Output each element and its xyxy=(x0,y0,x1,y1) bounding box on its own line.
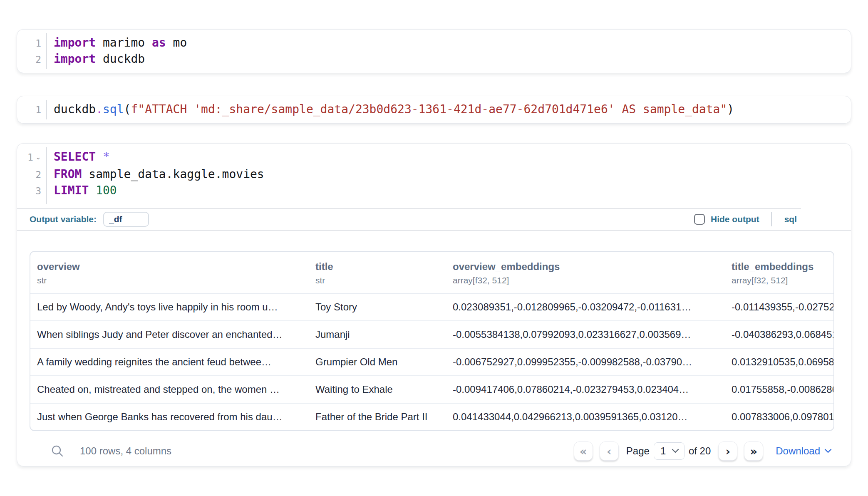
column-name: overview_embeddings xyxy=(453,261,723,273)
code-line[interactable]: 2FROM sample_data.kaggle.movies xyxy=(17,166,851,183)
sql-code-editor[interactable]: 1⌄SELECT *2FROM sample_data.kaggle.movie… xyxy=(17,144,851,208)
code-text: LIMIT 100 xyxy=(46,183,117,198)
line-number: 1 xyxy=(17,35,46,51)
code-line[interactable]: 3LIMIT 100 xyxy=(17,183,851,199)
code-cell-imports: 1import marimo as mo2import duckdb xyxy=(17,29,851,73)
column-type: str xyxy=(37,275,307,285)
table-cell: 0.007833006,0.0978012 xyxy=(732,404,833,430)
table-cell: When siblings Judy and Peter discover an… xyxy=(30,321,315,348)
vertical-divider xyxy=(771,212,772,226)
page-select[interactable]: 1 xyxy=(654,442,684,460)
table-cell: 0.01755858,-0.00862866 xyxy=(732,376,833,403)
page-total-label: of 20 xyxy=(689,445,711,457)
code-text: FROM sample_data.kaggle.movies xyxy=(46,166,264,182)
chevron-left-icon: ‹ xyxy=(607,446,611,457)
first-page-button[interactable]: « xyxy=(574,441,593,461)
code-line[interactable]: 1duckdb.sql(f"ATTACH 'md:_share/sample_d… xyxy=(17,102,851,118)
gutter-divider xyxy=(46,33,47,69)
hide-output-checkbox[interactable] xyxy=(694,214,705,225)
line-number: 1⌄ xyxy=(17,149,46,166)
column-type: str xyxy=(315,275,444,285)
column-header-title[interactable]: titlestr xyxy=(315,252,453,293)
table-cell: Just when George Banks has recovered fro… xyxy=(30,404,315,430)
table-row[interactable]: When siblings Judy and Peter discover an… xyxy=(30,320,833,348)
table-row[interactable]: Cheated on, mistreated and stepped on, t… xyxy=(30,375,833,403)
chevrons-left-icon: « xyxy=(580,446,587,457)
table-footer: 100 rows, 4 columns « ‹ Page 1 xyxy=(30,436,834,466)
chevrons-right-icon: » xyxy=(750,446,757,457)
page-label: Page xyxy=(626,445,650,457)
column-header-title_embeddings[interactable]: title_embeddingsarray[f32, 512] xyxy=(732,252,833,293)
output-variable-input[interactable] xyxy=(103,212,149,227)
table-cell: 0.041433044,0.042966213,0.0039591365,0.0… xyxy=(453,404,732,430)
table-cell: Cheated on, mistreated and stepped on, t… xyxy=(30,376,315,403)
table-cell: -0.0055384138,0.07992093,0.023316627,0.0… xyxy=(453,321,732,348)
table-header-row: overviewstrtitlestroverview_embeddingsar… xyxy=(30,252,833,293)
fold-chevron-icon[interactable]: ⌄ xyxy=(35,149,41,165)
chevron-down-icon xyxy=(672,449,679,454)
sql-cell: 1⌄SELECT *2FROM sample_data.kaggle.movie… xyxy=(17,143,851,466)
query-output: overviewstrtitlestroverview_embeddingsar… xyxy=(17,251,851,466)
code-text: duckdb.sql(f"ATTACH 'md:_share/sample_da… xyxy=(46,102,734,117)
language-badge[interactable]: sql xyxy=(784,214,797,224)
meta-right-group: Hide output sql xyxy=(694,212,851,226)
column-header-overview[interactable]: overviewstr xyxy=(30,252,315,293)
column-type: array[f32, 512] xyxy=(453,275,723,285)
table-row[interactable]: A family wedding reignites the ancient f… xyxy=(30,348,833,375)
code-line[interactable]: 1⌄SELECT * xyxy=(17,149,851,166)
chevron-down-icon xyxy=(824,449,832,454)
result-table: overviewstrtitlestroverview_embeddingsar… xyxy=(30,251,834,431)
column-header-overview_embeddings[interactable]: overview_embeddingsarray[f32, 512] xyxy=(453,252,732,293)
column-name: title_embeddings xyxy=(732,261,833,273)
download-button[interactable]: Download xyxy=(776,445,832,457)
download-label: Download xyxy=(776,445,820,457)
table-row[interactable]: Led by Woody, Andy's toys live happily i… xyxy=(30,293,833,320)
column-name: overview xyxy=(37,261,307,273)
table-cell: Grumpier Old Men xyxy=(315,349,453,375)
line-number: 1 xyxy=(17,102,46,118)
table-cell: Toy Story xyxy=(315,294,453,320)
hide-output-label: Hide output xyxy=(711,214,759,224)
code-text: import marimo as mo xyxy=(46,35,187,51)
next-page-button[interactable]: › xyxy=(718,441,737,461)
pagination: « ‹ Page 1 of 20 › xyxy=(574,441,832,461)
table-cell: Waiting to Exhale xyxy=(315,376,453,403)
search-icon xyxy=(51,444,64,458)
column-type: array[f32, 512] xyxy=(732,275,833,285)
search-button[interactable] xyxy=(51,444,64,458)
table-cell: -0.006752927,0.099952355,-0.009982588,-0… xyxy=(453,349,732,375)
chevron-right-icon: › xyxy=(726,446,730,457)
table-cell: -0.009417406,0.07860214,-0.023279453,0.0… xyxy=(453,376,732,403)
table-row[interactable]: Just when George Banks has recovered fro… xyxy=(30,403,833,430)
code-cell-attach: 1duckdb.sql(f"ATTACH 'md:_share/sample_d… xyxy=(17,96,851,124)
code-text: import duckdb xyxy=(46,51,145,67)
sql-meta-bar: Output variable: Hide output sql xyxy=(17,208,851,231)
column-name: title xyxy=(315,261,444,273)
code-editor[interactable]: 1duckdb.sql(f"ATTACH 'md:_share/sample_d… xyxy=(17,96,851,123)
table-cell: Led by Woody, Andy's toys live happily i… xyxy=(30,294,315,320)
code-line[interactable]: 2import duckdb xyxy=(17,51,851,67)
table-cell: Father of the Bride Part II xyxy=(315,404,453,430)
table-cell: 0.023089351,-0.012809965,-0.03209472,-0.… xyxy=(453,294,732,320)
notebook: 1import marimo as mo2import duckdb 1duck… xyxy=(0,0,868,466)
table-cell: -0.011439355,-0.027525 xyxy=(732,294,833,320)
last-page-button[interactable]: » xyxy=(744,441,763,461)
line-number: 3 xyxy=(17,183,46,199)
table-cell: Jumanji xyxy=(315,321,453,348)
table-body: Led by Woody, Andy's toys live happily i… xyxy=(30,293,833,430)
gutter-divider xyxy=(46,100,47,119)
previous-page-button[interactable]: ‹ xyxy=(600,441,619,461)
code-text: SELECT * xyxy=(46,149,110,165)
line-number: 2 xyxy=(17,52,46,67)
table-cell: -0.040386293,0.0684513 xyxy=(732,321,833,348)
page-select-value: 1 xyxy=(660,445,666,457)
table-cell: A family wedding reignites the ancient f… xyxy=(30,349,315,375)
row-count-summary: 100 rows, 4 columns xyxy=(80,445,171,457)
output-variable-label: Output variable: xyxy=(30,214,97,224)
code-line[interactable]: 1import marimo as mo xyxy=(17,35,851,51)
code-editor[interactable]: 1import marimo as mo2import duckdb xyxy=(17,30,851,73)
gutter-divider xyxy=(46,147,47,204)
line-number: 2 xyxy=(17,167,46,183)
table-cell: 0.0132910535,0.069585 xyxy=(732,349,833,375)
